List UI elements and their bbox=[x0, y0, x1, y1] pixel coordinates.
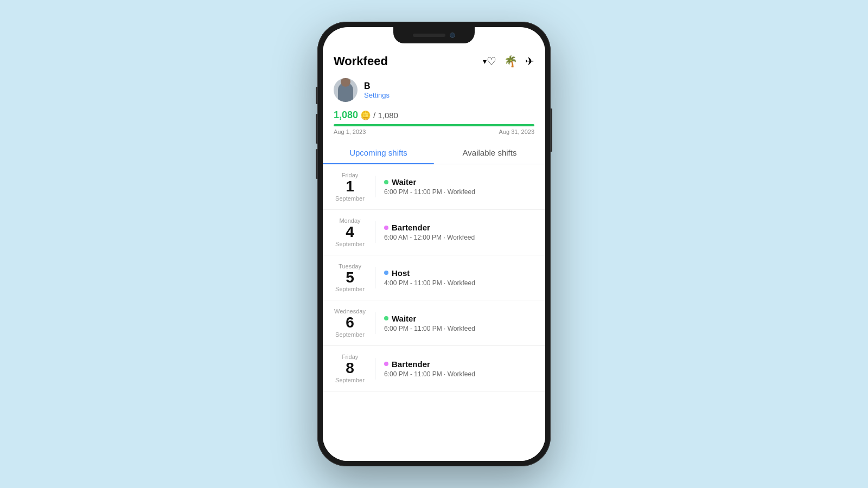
shift-day-number: 5 bbox=[346, 269, 354, 286]
shift-date: Friday 1 September bbox=[334, 172, 366, 202]
date-start: Aug 1, 2023 bbox=[334, 129, 366, 135]
profile-info: B Settings bbox=[364, 81, 390, 99]
score-section: 1,080 🪙 / 1,080 Aug 1, 2023 Aug 31, 2023 bbox=[323, 107, 545, 137]
tab-upcoming[interactable]: Upcoming shifts bbox=[323, 142, 434, 164]
tabs: Upcoming shifts Available shifts bbox=[323, 142, 545, 164]
profile-name: B bbox=[364, 81, 390, 91]
shift-time: 6:00 PM - 11:00 PM · Workfeed bbox=[384, 188, 475, 196]
progress-fill bbox=[334, 124, 534, 126]
shift-info: Waiter 6:00 PM - 11:00 PM · Workfeed bbox=[384, 177, 475, 196]
heart-icon[interactable]: ♡ bbox=[487, 55, 496, 68]
shift-role-name: Waiter bbox=[392, 314, 416, 323]
shift-dot bbox=[384, 180, 388, 184]
speaker bbox=[413, 34, 445, 37]
shift-info: Waiter 6:00 PM - 11:00 PM · Workfeed bbox=[384, 314, 475, 332]
volume-down-button[interactable] bbox=[316, 149, 317, 179]
shifts-list: Friday 1 September Waiter 6:00 PM - 11:0… bbox=[323, 164, 545, 461]
score-total: / 1,080 bbox=[373, 111, 398, 120]
coin-icon: 🪙 bbox=[360, 110, 371, 120]
shift-divider bbox=[375, 312, 375, 334]
avatar[interactable] bbox=[334, 78, 358, 102]
shift-dot bbox=[384, 316, 388, 320]
shift-divider bbox=[375, 358, 375, 380]
shift-role-name: Host bbox=[392, 268, 410, 278]
shift-role: Waiter bbox=[384, 177, 475, 187]
profile-section: B Settings bbox=[323, 73, 545, 107]
score-current: 1,080 bbox=[334, 110, 358, 121]
shift-role-name: Bartender bbox=[392, 359, 430, 369]
shift-month: September bbox=[335, 195, 365, 202]
progress-bar bbox=[334, 124, 534, 126]
shift-item[interactable]: Monday 4 September Bartender 6:00 AM - 1… bbox=[323, 210, 545, 255]
shift-role-name: Waiter bbox=[392, 177, 416, 187]
shift-month: September bbox=[335, 286, 365, 292]
shift-role: Waiter bbox=[384, 314, 475, 323]
shift-date: Monday 4 September bbox=[334, 217, 366, 247]
score-line: 1,080 🪙 / 1,080 bbox=[334, 110, 534, 121]
shift-time: 6:00 PM - 11:00 PM · Workfeed bbox=[384, 370, 475, 378]
shift-day-name: Tuesday bbox=[339, 263, 361, 269]
shift-dot bbox=[384, 226, 388, 230]
shift-time: 4:00 PM - 11:00 PM · Workfeed bbox=[384, 279, 475, 287]
phone-screen: Workfeed ▾ ♡ 🌴 ✈ B Settings bbox=[323, 27, 545, 461]
volume-up-button[interactable] bbox=[316, 114, 317, 144]
shift-divider bbox=[375, 267, 375, 288]
shift-date: Wednesday 6 September bbox=[334, 308, 366, 338]
shift-item[interactable]: Wednesday 6 September Waiter 6:00 PM - 1… bbox=[323, 300, 545, 346]
shift-divider bbox=[375, 221, 375, 243]
shift-date: Friday 8 September bbox=[334, 354, 366, 383]
phone-frame: Workfeed ▾ ♡ 🌴 ✈ B Settings bbox=[317, 22, 551, 466]
shift-month: September bbox=[335, 331, 365, 338]
shift-month: September bbox=[335, 241, 365, 247]
shift-item[interactable]: Tuesday 5 September Host 4:00 PM - 11:00… bbox=[323, 255, 545, 301]
shift-time: 6:00 AM - 12:00 PM · Workfeed bbox=[384, 234, 475, 241]
shift-info: Host 4:00 PM - 11:00 PM · Workfeed bbox=[384, 268, 475, 287]
date-end: Aug 31, 2023 bbox=[499, 129, 534, 135]
send-icon[interactable]: ✈ bbox=[525, 55, 534, 68]
front-camera bbox=[450, 33, 455, 38]
avatar-head bbox=[341, 78, 350, 87]
avatar-body bbox=[338, 82, 353, 102]
shift-day-number: 6 bbox=[346, 314, 354, 331]
shift-day-number: 4 bbox=[346, 224, 354, 241]
mute-button[interactable] bbox=[316, 87, 317, 104]
shift-role-name: Bartender bbox=[392, 223, 430, 232]
shift-dot bbox=[384, 271, 388, 275]
settings-link[interactable]: Settings bbox=[364, 91, 390, 99]
screen-content: Workfeed ▾ ♡ 🌴 ✈ B Settings bbox=[323, 27, 545, 461]
shift-date: Tuesday 5 September bbox=[334, 263, 366, 293]
power-button[interactable] bbox=[551, 108, 552, 152]
shift-month: September bbox=[335, 377, 365, 383]
shift-time: 6:00 PM - 11:00 PM · Workfeed bbox=[384, 325, 475, 332]
shift-day-number: 1 bbox=[346, 178, 354, 195]
app-title: Workfeed bbox=[334, 54, 481, 68]
palm-tree-icon[interactable]: 🌴 bbox=[504, 55, 518, 68]
shift-item[interactable]: Friday 8 September Bartender 6:00 PM - 1… bbox=[323, 346, 545, 391]
shift-role: Host bbox=[384, 268, 475, 278]
dropdown-icon[interactable]: ▾ bbox=[483, 57, 487, 66]
notch bbox=[393, 27, 475, 43]
tab-available[interactable]: Available shifts bbox=[434, 142, 545, 164]
score-dates: Aug 1, 2023 Aug 31, 2023 bbox=[334, 129, 534, 135]
shift-day-number: 8 bbox=[346, 360, 354, 377]
shift-role: Bartender bbox=[384, 359, 475, 369]
shift-role: Bartender bbox=[384, 223, 475, 232]
shift-info: Bartender 6:00 PM - 11:00 PM · Workfeed bbox=[384, 359, 475, 378]
shift-info: Bartender 6:00 AM - 12:00 PM · Workfeed bbox=[384, 223, 475, 241]
header-icons: ♡ 🌴 ✈ bbox=[487, 55, 534, 68]
shift-dot bbox=[384, 362, 388, 366]
shift-day-name: Monday bbox=[339, 217, 360, 224]
app-header: Workfeed ▾ ♡ 🌴 ✈ bbox=[323, 48, 545, 73]
shift-item[interactable]: Friday 1 September Waiter 6:00 PM - 11:0… bbox=[323, 164, 545, 210]
shift-divider bbox=[375, 176, 375, 197]
